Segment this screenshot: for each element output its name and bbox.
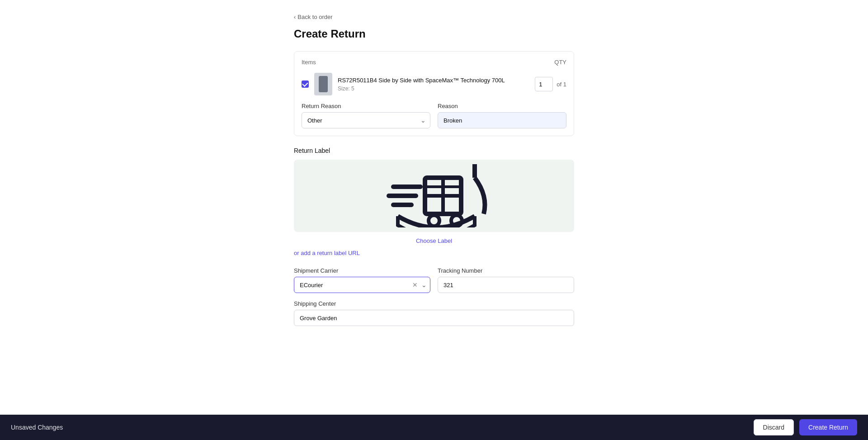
- chevron-left-icon: ‹: [294, 14, 296, 20]
- clear-carrier-button[interactable]: ✕: [412, 281, 418, 289]
- product-name: RS72R5011B4 Side by Side with SpaceMax™ …: [338, 76, 529, 85]
- items-col-label: Items: [302, 59, 316, 66]
- label-graphic: [357, 164, 511, 227]
- return-reason-group: Return Reason Other Damaged Wrong Item N…: [302, 103, 430, 128]
- reason-label: Reason: [438, 103, 566, 109]
- qty-input[interactable]: [535, 77, 553, 91]
- shipping-center-group: Shipping Center: [294, 300, 574, 326]
- product-size: Size: 5: [338, 85, 529, 92]
- discard-button[interactable]: Discard: [754, 419, 794, 435]
- product-item-row: RS72R5011B4 Side by Side with SpaceMax™ …: [302, 73, 566, 95]
- return-reason-select[interactable]: Other Damaged Wrong Item Not as Describe…: [302, 112, 430, 128]
- reason-display: Broken: [438, 112, 566, 128]
- items-card-header: Items QTY: [302, 59, 566, 66]
- tracking-number-input[interactable]: [438, 277, 574, 293]
- footer-actions: Discard Create Return: [754, 419, 857, 435]
- quantity-area: of 1: [535, 77, 566, 91]
- label-image-area: [294, 160, 574, 232]
- return-reason-select-wrapper: Other Damaged Wrong Item Not as Describe…: [302, 112, 430, 128]
- svg-point-7: [451, 215, 462, 226]
- shipment-carrier-input[interactable]: [294, 277, 430, 293]
- shipment-carrier-label: Shipment Carrier: [294, 267, 430, 274]
- shipment-tracking-row: Shipment Carrier ✕ ⌄ Tracking Number: [294, 267, 574, 293]
- items-card: Items QTY RS72R5011B4 Side by Side with …: [294, 51, 574, 136]
- product-image: [314, 73, 332, 95]
- page-title: Create Return: [294, 28, 574, 40]
- shipping-center-input[interactable]: [294, 310, 574, 326]
- return-reason-label: Return Reason: [302, 103, 430, 109]
- return-label-section: Return Label: [294, 147, 574, 256]
- back-link-text: Back to order: [297, 14, 332, 20]
- reason-group: Reason Broken: [438, 103, 566, 128]
- choose-label-link[interactable]: Choose Label: [294, 237, 574, 244]
- tracking-number-group: Tracking Number: [438, 267, 574, 293]
- unsaved-changes-text: Unsaved Changes: [11, 424, 63, 431]
- create-return-button[interactable]: Create Return: [799, 419, 857, 435]
- shipping-center-label: Shipping Center: [294, 300, 574, 307]
- add-return-label-url-link[interactable]: or add a return label URL: [294, 250, 574, 256]
- back-to-order-link[interactable]: ‹ Back to order: [294, 14, 574, 20]
- product-info: RS72R5011B4 Side by Side with SpaceMax™ …: [338, 76, 529, 92]
- shipment-carrier-input-wrapper: ✕ ⌄: [294, 277, 430, 293]
- qty-of-label: of 1: [557, 81, 566, 88]
- qty-col-label: QTY: [554, 59, 566, 66]
- svg-point-6: [429, 215, 439, 226]
- item-checkbox[interactable]: [302, 80, 309, 88]
- shipment-carrier-group: Shipment Carrier ✕ ⌄: [294, 267, 430, 293]
- reason-form-row: Return Reason Other Damaged Wrong Item N…: [302, 103, 566, 128]
- tracking-number-label: Tracking Number: [438, 267, 574, 274]
- product-image-inner: [319, 76, 328, 92]
- footer-bar: Unsaved Changes Discard Create Return: [0, 415, 868, 440]
- return-label-title: Return Label: [294, 147, 574, 154]
